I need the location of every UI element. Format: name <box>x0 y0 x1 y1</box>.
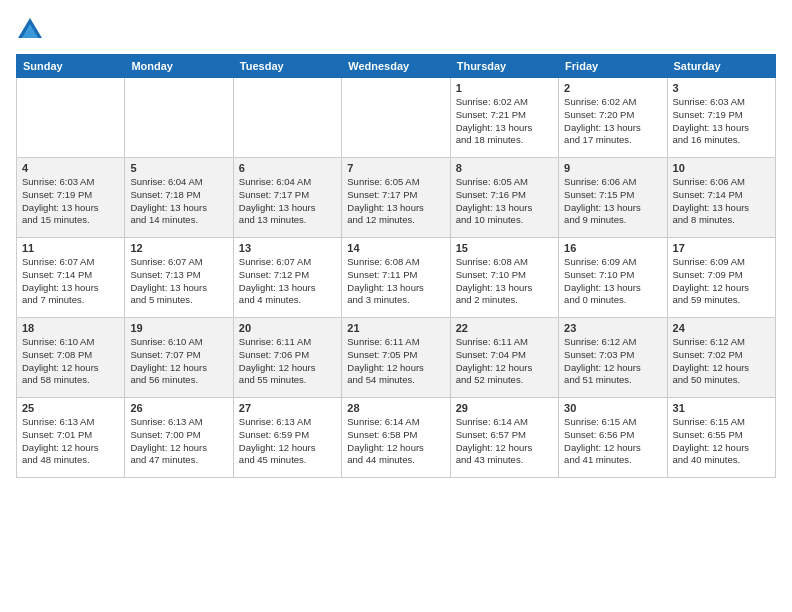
cell-daylight-info: Sunrise: 6:08 AM Sunset: 7:11 PM Dayligh… <box>347 256 444 307</box>
cell-daylight-info: Sunrise: 6:07 AM Sunset: 7:13 PM Dayligh… <box>130 256 227 307</box>
calendar-cell: 21Sunrise: 6:11 AM Sunset: 7:05 PM Dayli… <box>342 318 450 398</box>
cell-daylight-info: Sunrise: 6:13 AM Sunset: 7:01 PM Dayligh… <box>22 416 119 467</box>
calendar-cell: 17Sunrise: 6:09 AM Sunset: 7:09 PM Dayli… <box>667 238 775 318</box>
weekday-header-tuesday: Tuesday <box>233 55 341 78</box>
calendar-cell: 19Sunrise: 6:10 AM Sunset: 7:07 PM Dayli… <box>125 318 233 398</box>
cell-date-number: 6 <box>239 162 336 174</box>
weekday-header-row: SundayMondayTuesdayWednesdayThursdayFrid… <box>17 55 776 78</box>
cell-date-number: 30 <box>564 402 661 414</box>
cell-daylight-info: Sunrise: 6:03 AM Sunset: 7:19 PM Dayligh… <box>22 176 119 227</box>
cell-date-number: 8 <box>456 162 553 174</box>
cell-date-number: 29 <box>456 402 553 414</box>
cell-daylight-info: Sunrise: 6:15 AM Sunset: 6:56 PM Dayligh… <box>564 416 661 467</box>
cell-daylight-info: Sunrise: 6:05 AM Sunset: 7:16 PM Dayligh… <box>456 176 553 227</box>
calendar-cell: 3Sunrise: 6:03 AM Sunset: 7:19 PM Daylig… <box>667 78 775 158</box>
logo <box>16 16 48 44</box>
cell-daylight-info: Sunrise: 6:10 AM Sunset: 7:08 PM Dayligh… <box>22 336 119 387</box>
calendar-cell: 18Sunrise: 6:10 AM Sunset: 7:08 PM Dayli… <box>17 318 125 398</box>
cell-date-number: 7 <box>347 162 444 174</box>
calendar-week-row: 18Sunrise: 6:10 AM Sunset: 7:08 PM Dayli… <box>17 318 776 398</box>
cell-daylight-info: Sunrise: 6:03 AM Sunset: 7:19 PM Dayligh… <box>673 96 770 147</box>
calendar-cell: 24Sunrise: 6:12 AM Sunset: 7:02 PM Dayli… <box>667 318 775 398</box>
weekday-header-wednesday: Wednesday <box>342 55 450 78</box>
calendar-cell: 2Sunrise: 6:02 AM Sunset: 7:20 PM Daylig… <box>559 78 667 158</box>
calendar-cell: 12Sunrise: 6:07 AM Sunset: 7:13 PM Dayli… <box>125 238 233 318</box>
cell-daylight-info: Sunrise: 6:14 AM Sunset: 6:57 PM Dayligh… <box>456 416 553 467</box>
cell-daylight-info: Sunrise: 6:06 AM Sunset: 7:14 PM Dayligh… <box>673 176 770 227</box>
cell-daylight-info: Sunrise: 6:07 AM Sunset: 7:14 PM Dayligh… <box>22 256 119 307</box>
cell-date-number: 11 <box>22 242 119 254</box>
calendar-week-row: 4Sunrise: 6:03 AM Sunset: 7:19 PM Daylig… <box>17 158 776 238</box>
calendar-cell: 13Sunrise: 6:07 AM Sunset: 7:12 PM Dayli… <box>233 238 341 318</box>
cell-daylight-info: Sunrise: 6:10 AM Sunset: 7:07 PM Dayligh… <box>130 336 227 387</box>
weekday-header-sunday: Sunday <box>17 55 125 78</box>
cell-daylight-info: Sunrise: 6:06 AM Sunset: 7:15 PM Dayligh… <box>564 176 661 227</box>
page-header <box>16 16 776 44</box>
cell-daylight-info: Sunrise: 6:05 AM Sunset: 7:17 PM Dayligh… <box>347 176 444 227</box>
cell-daylight-info: Sunrise: 6:08 AM Sunset: 7:10 PM Dayligh… <box>456 256 553 307</box>
calendar-cell: 25Sunrise: 6:13 AM Sunset: 7:01 PM Dayli… <box>17 398 125 478</box>
calendar-cell <box>17 78 125 158</box>
cell-date-number: 2 <box>564 82 661 94</box>
cell-daylight-info: Sunrise: 6:07 AM Sunset: 7:12 PM Dayligh… <box>239 256 336 307</box>
calendar-cell: 4Sunrise: 6:03 AM Sunset: 7:19 PM Daylig… <box>17 158 125 238</box>
cell-date-number: 25 <box>22 402 119 414</box>
weekday-header-friday: Friday <box>559 55 667 78</box>
cell-daylight-info: Sunrise: 6:14 AM Sunset: 6:58 PM Dayligh… <box>347 416 444 467</box>
cell-date-number: 9 <box>564 162 661 174</box>
cell-date-number: 1 <box>456 82 553 94</box>
cell-date-number: 4 <box>22 162 119 174</box>
cell-date-number: 3 <box>673 82 770 94</box>
cell-date-number: 26 <box>130 402 227 414</box>
cell-date-number: 16 <box>564 242 661 254</box>
calendar-cell: 5Sunrise: 6:04 AM Sunset: 7:18 PM Daylig… <box>125 158 233 238</box>
cell-date-number: 31 <box>673 402 770 414</box>
calendar-cell: 6Sunrise: 6:04 AM Sunset: 7:17 PM Daylig… <box>233 158 341 238</box>
cell-date-number: 15 <box>456 242 553 254</box>
cell-daylight-info: Sunrise: 6:12 AM Sunset: 7:02 PM Dayligh… <box>673 336 770 387</box>
cell-date-number: 13 <box>239 242 336 254</box>
cell-daylight-info: Sunrise: 6:13 AM Sunset: 6:59 PM Dayligh… <box>239 416 336 467</box>
calendar-cell: 14Sunrise: 6:08 AM Sunset: 7:11 PM Dayli… <box>342 238 450 318</box>
calendar-cell: 8Sunrise: 6:05 AM Sunset: 7:16 PM Daylig… <box>450 158 558 238</box>
calendar-cell: 9Sunrise: 6:06 AM Sunset: 7:15 PM Daylig… <box>559 158 667 238</box>
cell-date-number: 17 <box>673 242 770 254</box>
weekday-header-thursday: Thursday <box>450 55 558 78</box>
calendar-cell: 27Sunrise: 6:13 AM Sunset: 6:59 PM Dayli… <box>233 398 341 478</box>
cell-date-number: 27 <box>239 402 336 414</box>
weekday-header-monday: Monday <box>125 55 233 78</box>
cell-date-number: 12 <box>130 242 227 254</box>
cell-date-number: 24 <box>673 322 770 334</box>
cell-daylight-info: Sunrise: 6:02 AM Sunset: 7:21 PM Dayligh… <box>456 96 553 147</box>
calendar-cell: 15Sunrise: 6:08 AM Sunset: 7:10 PM Dayli… <box>450 238 558 318</box>
calendar-table: SundayMondayTuesdayWednesdayThursdayFrid… <box>16 54 776 478</box>
cell-daylight-info: Sunrise: 6:09 AM Sunset: 7:09 PM Dayligh… <box>673 256 770 307</box>
calendar-cell: 22Sunrise: 6:11 AM Sunset: 7:04 PM Dayli… <box>450 318 558 398</box>
cell-daylight-info: Sunrise: 6:02 AM Sunset: 7:20 PM Dayligh… <box>564 96 661 147</box>
calendar-week-row: 1Sunrise: 6:02 AM Sunset: 7:21 PM Daylig… <box>17 78 776 158</box>
calendar-cell: 20Sunrise: 6:11 AM Sunset: 7:06 PM Dayli… <box>233 318 341 398</box>
cell-date-number: 28 <box>347 402 444 414</box>
calendar-cell: 28Sunrise: 6:14 AM Sunset: 6:58 PM Dayli… <box>342 398 450 478</box>
calendar-cell: 10Sunrise: 6:06 AM Sunset: 7:14 PM Dayli… <box>667 158 775 238</box>
cell-daylight-info: Sunrise: 6:11 AM Sunset: 7:06 PM Dayligh… <box>239 336 336 387</box>
calendar-cell: 23Sunrise: 6:12 AM Sunset: 7:03 PM Dayli… <box>559 318 667 398</box>
calendar-cell: 7Sunrise: 6:05 AM Sunset: 7:17 PM Daylig… <box>342 158 450 238</box>
cell-date-number: 20 <box>239 322 336 334</box>
calendar-cell: 30Sunrise: 6:15 AM Sunset: 6:56 PM Dayli… <box>559 398 667 478</box>
weekday-header-saturday: Saturday <box>667 55 775 78</box>
cell-daylight-info: Sunrise: 6:09 AM Sunset: 7:10 PM Dayligh… <box>564 256 661 307</box>
calendar-week-row: 11Sunrise: 6:07 AM Sunset: 7:14 PM Dayli… <box>17 238 776 318</box>
cell-date-number: 22 <box>456 322 553 334</box>
calendar-week-row: 25Sunrise: 6:13 AM Sunset: 7:01 PM Dayli… <box>17 398 776 478</box>
calendar-cell: 1Sunrise: 6:02 AM Sunset: 7:21 PM Daylig… <box>450 78 558 158</box>
cell-daylight-info: Sunrise: 6:11 AM Sunset: 7:04 PM Dayligh… <box>456 336 553 387</box>
calendar-cell <box>342 78 450 158</box>
cell-daylight-info: Sunrise: 6:04 AM Sunset: 7:17 PM Dayligh… <box>239 176 336 227</box>
cell-date-number: 10 <box>673 162 770 174</box>
cell-daylight-info: Sunrise: 6:11 AM Sunset: 7:05 PM Dayligh… <box>347 336 444 387</box>
cell-date-number: 21 <box>347 322 444 334</box>
calendar-cell: 11Sunrise: 6:07 AM Sunset: 7:14 PM Dayli… <box>17 238 125 318</box>
logo-icon <box>16 16 44 44</box>
calendar-cell: 16Sunrise: 6:09 AM Sunset: 7:10 PM Dayli… <box>559 238 667 318</box>
